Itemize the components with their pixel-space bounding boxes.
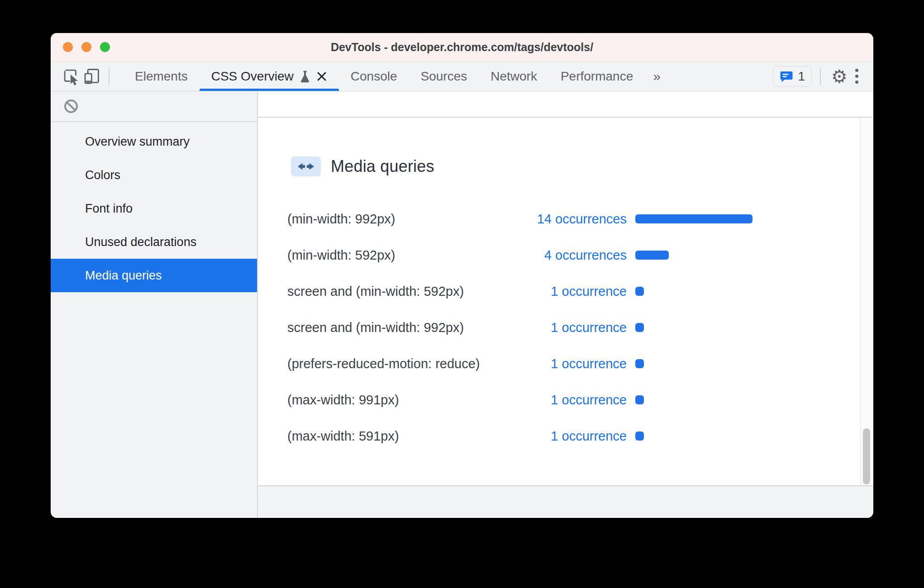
tab-strip: Elements CSS Overview Console Sources Ne…: [123, 62, 645, 91]
sidebar-toolbar: [51, 91, 257, 122]
occurrences-link[interactable]: 14 occurrences: [523, 212, 627, 227]
sidebar-items: Overview summary Colors Font info Unused…: [51, 125, 257, 292]
occurrences-link[interactable]: 1 occurrence: [523, 284, 627, 299]
media-queries-icon: [291, 156, 321, 176]
device-toolbar-icon: [83, 67, 101, 85]
desktop-background: DevTools - developer.chrome.com/tags/dev…: [0, 0, 924, 588]
active-tab-underline: [200, 89, 339, 91]
tab-performance[interactable]: Performance: [549, 62, 645, 91]
media-query-row: (prefers-reduced-motion: reduce) 1 occur…: [258, 346, 873, 382]
section-heading: Media queries: [291, 156, 873, 176]
content-top-strip: [258, 91, 873, 118]
media-query-row: (min-width: 592px) 4 occurrences: [258, 237, 873, 273]
media-query-text: screen and (min-width: 992px): [287, 320, 523, 335]
sidebar-item-media-queries[interactable]: Media queries: [51, 259, 257, 292]
occurrence-bar: [635, 251, 669, 260]
toolbar-divider: [109, 68, 110, 85]
kebab-menu-icon: [855, 69, 858, 72]
media-query-row: (max-width: 591px) 1 occurrence: [258, 418, 873, 454]
scrollbar-thumb[interactable]: [863, 428, 870, 484]
experiment-flask-icon: [299, 70, 311, 83]
media-query-text: (max-width: 591px): [287, 429, 523, 444]
tab-css-overview[interactable]: CSS Overview: [200, 62, 339, 91]
devtools-window: DevTools - developer.chrome.com/tags/dev…: [51, 33, 873, 518]
occurrences-link[interactable]: 4 occurrences: [523, 248, 627, 263]
window-title: DevTools - developer.chrome.com/tags/dev…: [51, 41, 873, 54]
clear-overview-button[interactable]: [63, 99, 79, 114]
media-query-text: (min-width: 992px): [287, 212, 523, 227]
inspect-element-button[interactable]: [61, 62, 81, 91]
media-query-text: screen and (min-width: 592px): [287, 284, 523, 299]
occurrence-bar: [635, 395, 644, 404]
media-query-row: screen and (min-width: 992px) 1 occurren…: [258, 309, 873, 346]
minimize-window-button[interactable]: [81, 42, 91, 52]
settings-button[interactable]: ⚙: [829, 66, 850, 87]
occurrence-bar: [635, 214, 753, 223]
panel-body: Overview summary Colors Font info Unused…: [51, 91, 873, 518]
issues-button[interactable]: 1: [773, 66, 812, 87]
media-query-row: screen and (min-width: 592px) 1 occurren…: [258, 273, 873, 309]
sidebar-item-overview-summary[interactable]: Overview summary: [51, 125, 257, 158]
media-query-text: (min-width: 592px): [287, 248, 523, 263]
content-footer: [258, 485, 873, 518]
media-query-row: (min-width: 992px) 14 occurrences: [258, 201, 873, 237]
occurrences-link[interactable]: 1 occurrence: [523, 393, 627, 408]
occurrence-bar: [635, 359, 644, 368]
occurrences-link[interactable]: 1 occurrence: [523, 429, 627, 444]
media-queries-panel: Media queries (min-width: 992px) 14 occu…: [258, 118, 873, 485]
tab-network[interactable]: Network: [479, 62, 549, 91]
vertical-scrollbar[interactable]: [860, 118, 873, 485]
more-tabs-button[interactable]: »: [645, 62, 669, 91]
css-overview-sidebar: Overview summary Colors Font info Unused…: [51, 91, 257, 518]
close-tab-icon[interactable]: [316, 71, 327, 82]
inspect-cursor-icon: [62, 67, 80, 85]
issues-count: 1: [798, 69, 805, 84]
tab-elements[interactable]: Elements: [123, 62, 200, 91]
page-title: Media queries: [331, 157, 434, 176]
customize-devtools-button[interactable]: [850, 66, 863, 87]
toolbar-divider-right: [820, 68, 821, 85]
zoom-window-button[interactable]: [100, 42, 110, 52]
media-query-text: (prefers-reduced-motion: reduce): [287, 356, 523, 371]
css-overview-content: Media queries (min-width: 992px) 14 occu…: [258, 91, 873, 518]
tab-console[interactable]: Console: [339, 62, 409, 91]
titlebar: DevTools - developer.chrome.com/tags/dev…: [51, 33, 873, 62]
toggle-device-toolbar-button[interactable]: [81, 62, 102, 91]
occurrences-link[interactable]: 1 occurrence: [523, 356, 627, 371]
devtools-toolbar: Elements CSS Overview Console Sources Ne…: [51, 62, 873, 91]
tab-sources[interactable]: Sources: [409, 62, 479, 91]
media-query-row: (max-width: 991px) 1 occurrence: [258, 382, 873, 418]
sidebar-item-colors[interactable]: Colors: [51, 158, 257, 192]
traffic-lights: [63, 33, 110, 61]
sidebar-item-font-info[interactable]: Font info: [51, 192, 257, 225]
occurrence-bar: [635, 432, 644, 441]
block-icon: [63, 99, 79, 114]
occurrence-bar: [635, 323, 644, 332]
sidebar-item-unused-declarations[interactable]: Unused declarations: [51, 225, 257, 259]
occurrence-bar: [635, 287, 644, 296]
close-window-button[interactable]: [63, 42, 73, 52]
feedback-bubble-icon: [780, 70, 793, 83]
media-query-rows: (min-width: 992px) 14 occurrences (min-w…: [258, 201, 873, 454]
media-query-text: (max-width: 991px): [287, 393, 523, 408]
left-right-arrows-icon: [297, 162, 314, 171]
gear-icon: ⚙: [831, 67, 848, 85]
occurrences-link[interactable]: 1 occurrence: [523, 320, 627, 335]
